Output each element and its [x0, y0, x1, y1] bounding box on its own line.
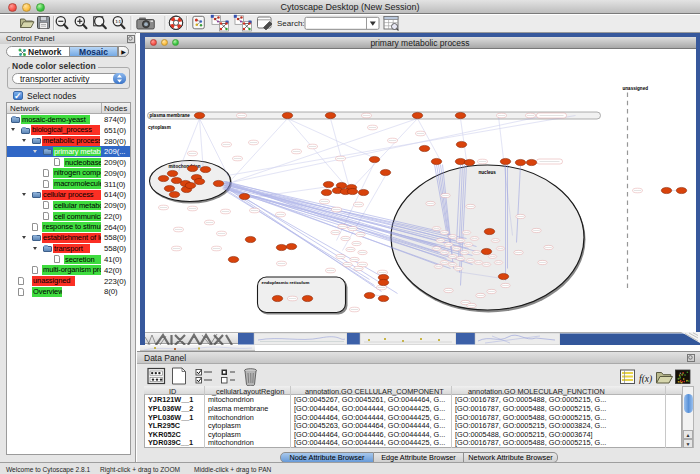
svg-text:cytoplasm: cytoplasm: [148, 125, 171, 130]
svg-text:1:1: 1:1: [115, 20, 121, 24]
svg-text:plasma membrane: plasma membrane: [149, 113, 190, 118]
svg-text:nucleus: nucleus: [478, 169, 496, 174]
svg-text:endoplasmic reticulum: endoplasmic reticulum: [261, 280, 309, 285]
svg-text:f(x): f(x): [639, 374, 652, 385]
svg-text:unassigned: unassigned: [622, 85, 648, 90]
